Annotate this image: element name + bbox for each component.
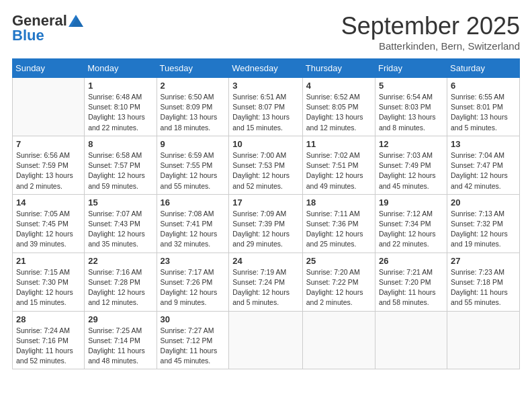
day-info: Sunrise: 7:02 AM Sunset: 7:51 PM Dayligh… xyxy=(306,150,371,191)
day-number: 24 xyxy=(232,256,299,266)
day-info: Sunrise: 7:05 AM Sunset: 7:45 PM Dayligh… xyxy=(16,209,81,250)
day-number: 6 xyxy=(451,81,516,91)
title-block: September 2025 Batterkinden, Bern, Switz… xyxy=(341,12,520,52)
day-info: Sunrise: 6:50 AM Sunset: 8:09 PM Dayligh… xyxy=(161,92,226,133)
calendar-cell xyxy=(229,311,303,369)
calendar-cell: 5Sunrise: 6:54 AM Sunset: 8:03 PM Daylig… xyxy=(375,78,447,136)
day-info: Sunrise: 6:51 AM Sunset: 8:07 PM Dayligh… xyxy=(232,92,299,133)
weekday-header: Monday xyxy=(85,59,157,78)
day-info: Sunrise: 6:54 AM Sunset: 8:03 PM Dayligh… xyxy=(379,92,443,133)
weekday-header: Tuesday xyxy=(157,59,229,78)
day-info: Sunrise: 7:27 AM Sunset: 7:12 PM Dayligh… xyxy=(161,326,226,367)
day-info: Sunrise: 7:04 AM Sunset: 7:47 PM Dayligh… xyxy=(451,150,516,191)
calendar-cell: 7Sunrise: 6:56 AM Sunset: 7:59 PM Daylig… xyxy=(13,136,85,194)
day-number: 30 xyxy=(161,314,226,324)
day-number: 25 xyxy=(306,256,371,266)
day-number: 28 xyxy=(16,314,81,324)
day-number: 5 xyxy=(379,81,443,91)
day-info: Sunrise: 7:00 AM Sunset: 7:53 PM Dayligh… xyxy=(232,150,299,191)
day-number: 11 xyxy=(306,139,371,149)
calendar-week-row: 7Sunrise: 6:56 AM Sunset: 7:59 PM Daylig… xyxy=(13,136,520,194)
calendar-cell: 20Sunrise: 7:13 AM Sunset: 7:32 PM Dayli… xyxy=(447,194,520,253)
day-info: Sunrise: 7:15 AM Sunset: 7:30 PM Dayligh… xyxy=(16,267,81,308)
day-info: Sunrise: 7:16 AM Sunset: 7:28 PM Dayligh… xyxy=(88,267,152,308)
day-number: 2 xyxy=(161,81,226,91)
day-number: 10 xyxy=(232,139,299,149)
calendar-cell: 28Sunrise: 7:24 AM Sunset: 7:16 PM Dayli… xyxy=(13,311,85,369)
day-number: 13 xyxy=(451,139,516,149)
weekday-header: Wednesday xyxy=(229,59,303,78)
day-info: Sunrise: 6:52 AM Sunset: 8:05 PM Dayligh… xyxy=(306,92,371,133)
page: General Blue September 2025 Batterkinden… xyxy=(0,0,532,411)
calendar-week-row: 28Sunrise: 7:24 AM Sunset: 7:16 PM Dayli… xyxy=(13,311,520,369)
day-info: Sunrise: 6:48 AM Sunset: 8:10 PM Dayligh… xyxy=(88,92,152,133)
logo-icon xyxy=(69,15,83,27)
day-number: 26 xyxy=(379,256,443,266)
calendar-cell xyxy=(302,311,375,369)
month-title: September 2025 xyxy=(341,12,520,40)
day-number: 19 xyxy=(379,197,443,208)
calendar-cell: 16Sunrise: 7:08 AM Sunset: 7:41 PM Dayli… xyxy=(157,194,229,253)
day-info: Sunrise: 7:21 AM Sunset: 7:20 PM Dayligh… xyxy=(379,267,443,308)
day-number: 18 xyxy=(306,197,371,208)
day-info: Sunrise: 7:25 AM Sunset: 7:14 PM Dayligh… xyxy=(88,326,152,367)
day-info: Sunrise: 7:13 AM Sunset: 7:32 PM Dayligh… xyxy=(451,209,516,250)
day-number: 29 xyxy=(88,314,152,324)
day-number: 9 xyxy=(161,139,226,149)
calendar-week-row: 1Sunrise: 6:48 AM Sunset: 8:10 PM Daylig… xyxy=(13,78,520,136)
day-info: Sunrise: 6:59 AM Sunset: 7:55 PM Dayligh… xyxy=(161,150,226,191)
day-number: 22 xyxy=(88,256,152,266)
day-number: 20 xyxy=(451,197,516,208)
calendar-cell: 17Sunrise: 7:09 AM Sunset: 7:39 PM Dayli… xyxy=(229,194,303,253)
day-number: 14 xyxy=(16,197,81,208)
calendar-cell: 6Sunrise: 6:55 AM Sunset: 8:01 PM Daylig… xyxy=(447,78,520,136)
day-number: 8 xyxy=(88,139,152,149)
calendar-cell: 30Sunrise: 7:27 AM Sunset: 7:12 PM Dayli… xyxy=(157,311,229,369)
day-info: Sunrise: 7:20 AM Sunset: 7:22 PM Dayligh… xyxy=(306,267,371,308)
calendar-cell: 11Sunrise: 7:02 AM Sunset: 7:51 PM Dayli… xyxy=(302,136,375,194)
header: General Blue September 2025 Batterkinden… xyxy=(12,12,520,52)
calendar-cell: 14Sunrise: 7:05 AM Sunset: 7:45 PM Dayli… xyxy=(13,194,85,253)
day-info: Sunrise: 7:07 AM Sunset: 7:43 PM Dayligh… xyxy=(88,209,152,250)
day-number: 17 xyxy=(232,197,299,208)
weekday-header: Saturday xyxy=(447,59,520,78)
calendar-cell: 18Sunrise: 7:11 AM Sunset: 7:36 PM Dayli… xyxy=(302,194,375,253)
calendar-cell xyxy=(13,78,85,136)
calendar-cell: 4Sunrise: 6:52 AM Sunset: 8:05 PM Daylig… xyxy=(302,78,375,136)
day-number: 21 xyxy=(16,256,81,266)
calendar: SundayMondayTuesdayWednesdayThursdayFrid… xyxy=(12,58,520,369)
day-info: Sunrise: 7:09 AM Sunset: 7:39 PM Dayligh… xyxy=(232,209,299,250)
day-info: Sunrise: 7:11 AM Sunset: 7:36 PM Dayligh… xyxy=(306,209,371,250)
day-info: Sunrise: 7:12 AM Sunset: 7:34 PM Dayligh… xyxy=(379,209,443,250)
day-info: Sunrise: 6:56 AM Sunset: 7:59 PM Dayligh… xyxy=(16,150,81,191)
day-info: Sunrise: 7:24 AM Sunset: 7:16 PM Dayligh… xyxy=(16,326,81,367)
logo-blue-text: Blue xyxy=(12,27,44,44)
day-info: Sunrise: 7:19 AM Sunset: 7:24 PM Dayligh… xyxy=(232,267,299,308)
calendar-cell: 8Sunrise: 6:58 AM Sunset: 7:57 PM Daylig… xyxy=(85,136,157,194)
day-number: 16 xyxy=(161,197,226,208)
calendar-cell: 1Sunrise: 6:48 AM Sunset: 8:10 PM Daylig… xyxy=(85,78,157,136)
calendar-week-row: 21Sunrise: 7:15 AM Sunset: 7:30 PM Dayli… xyxy=(13,253,520,311)
calendar-cell: 12Sunrise: 7:03 AM Sunset: 7:49 PM Dayli… xyxy=(375,136,447,194)
calendar-cell: 2Sunrise: 6:50 AM Sunset: 8:09 PM Daylig… xyxy=(157,78,229,136)
day-info: Sunrise: 7:08 AM Sunset: 7:41 PM Dayligh… xyxy=(161,209,226,250)
calendar-cell: 19Sunrise: 7:12 AM Sunset: 7:34 PM Dayli… xyxy=(375,194,447,253)
day-number: 23 xyxy=(161,256,226,266)
day-number: 3 xyxy=(232,81,299,91)
calendar-cell: 10Sunrise: 7:00 AM Sunset: 7:53 PM Dayli… xyxy=(229,136,303,194)
day-number: 27 xyxy=(451,256,516,266)
day-number: 15 xyxy=(88,197,152,208)
calendar-cell: 13Sunrise: 7:04 AM Sunset: 7:47 PM Dayli… xyxy=(447,136,520,194)
day-info: Sunrise: 7:17 AM Sunset: 7:26 PM Dayligh… xyxy=(161,267,226,308)
day-info: Sunrise: 7:03 AM Sunset: 7:49 PM Dayligh… xyxy=(379,150,443,191)
calendar-cell: 24Sunrise: 7:19 AM Sunset: 7:24 PM Dayli… xyxy=(229,253,303,311)
calendar-cell: 23Sunrise: 7:17 AM Sunset: 7:26 PM Dayli… xyxy=(157,253,229,311)
weekday-header: Friday xyxy=(375,59,447,78)
calendar-cell: 26Sunrise: 7:21 AM Sunset: 7:20 PM Dayli… xyxy=(375,253,447,311)
calendar-cell: 21Sunrise: 7:15 AM Sunset: 7:30 PM Dayli… xyxy=(13,253,85,311)
calendar-cell: 15Sunrise: 7:07 AM Sunset: 7:43 PM Dayli… xyxy=(85,194,157,253)
logo: General Blue xyxy=(12,12,83,44)
day-info: Sunrise: 7:23 AM Sunset: 7:18 PM Dayligh… xyxy=(451,267,516,308)
calendar-cell xyxy=(375,311,447,369)
calendar-cell: 27Sunrise: 7:23 AM Sunset: 7:18 PM Dayli… xyxy=(447,253,520,311)
